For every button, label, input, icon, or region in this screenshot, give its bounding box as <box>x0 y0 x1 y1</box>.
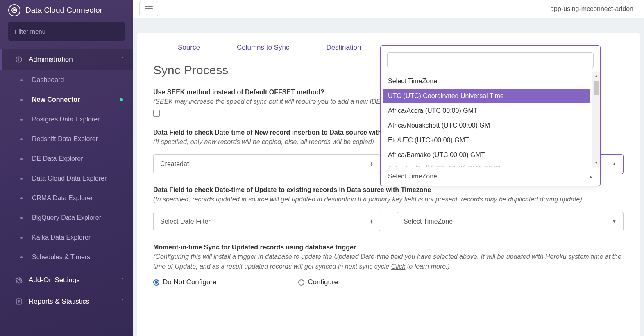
timezone-option[interactable]: Antarctica/Troll (UTC+02:00) GMT+02:00 <box>381 162 592 167</box>
sidebar-item-new-connector[interactable]: New Connector <box>0 90 133 110</box>
timezone-option[interactable]: Africa/Bamako (UTC 00:00) GMT <box>381 148 592 162</box>
timezone-option-placeholder[interactable]: Select TimeZone <box>381 74 592 89</box>
timezone-dropdown-popup: Select TimeZone UTC (UTC) Coordinated Un… <box>380 45 601 186</box>
sidebar-item-de-data-explorer[interactable]: DE Data Explorer <box>0 149 133 169</box>
nav-section-addon-settings[interactable]: Add-On Settings ˅ <box>0 270 133 291</box>
tab-destination[interactable]: Destination <box>326 43 361 52</box>
field-moment-sync: Moment-in-time Sync for Updated records … <box>153 244 624 286</box>
select-value: Createdat <box>160 160 189 168</box>
sidebar-item-kafka-data-explorer[interactable]: Kafka Data Explorer <box>0 228 133 247</box>
update-timezone-select[interactable]: Select TimeZone ▼ <box>397 212 624 231</box>
sidebar-item-data-cloud-data-explorer[interactable]: Data Cloud Data Explorer <box>0 169 133 188</box>
sidebar-item-schedules-timers[interactable]: Schedules & Timers <box>0 247 133 267</box>
sidebar-item-redshift-data-explorer[interactable]: Redshift Data Explorer <box>0 129 133 149</box>
update-date-field-select[interactable]: Select Date Filter <box>153 212 380 231</box>
sidebar-item-crma-data-explorer[interactable]: CRMA Data Explorer <box>0 188 133 208</box>
select-value: Select TimeZone <box>404 218 453 225</box>
timezone-option[interactable]: Etc/UTC (UTC+00:00) GMT <box>381 133 592 148</box>
scroll-down-icon[interactable]: ▼ <box>592 159 600 167</box>
svg-point-3 <box>18 279 20 281</box>
sidebar-item-bigquery-data-explorer[interactable]: BigQuery Data Explorer <box>0 208 133 228</box>
toggle-sidebar-button[interactable] <box>139 1 158 16</box>
gear-icon <box>15 276 23 284</box>
radio-do-not-configure[interactable]: Do Not Configure <box>153 278 216 286</box>
app-name-label: app-using-mcconnect-addon <box>550 5 633 13</box>
select-value: Select Date Filter <box>160 218 211 225</box>
timezone-option-list: Select TimeZone UTC (UTC) Coordinated Un… <box>381 72 592 167</box>
brand-logo-icon <box>8 4 20 16</box>
field-update-datetime: Data Field to check Date-time of Update … <box>153 186 624 231</box>
tab-columns-to-sync[interactable]: Columns to Sync <box>237 43 290 52</box>
timezone-dropdown-footer[interactable]: Select TimeZone ▲ <box>381 167 600 186</box>
sidebar: Data Cloud Connector Administration ˄ Da… <box>0 0 133 336</box>
timezone-option[interactable]: Africa/Accra (UTC 00:00) GMT <box>381 103 592 118</box>
sidebar-item-dashboard[interactable]: Dashboard <box>0 70 133 90</box>
chevron-up-icon: ˄ <box>121 57 124 62</box>
updown-caret-icon <box>370 162 373 166</box>
insert-date-field-select[interactable]: Createdat <box>153 154 380 174</box>
topbar: app-using-mcconnect-addon <box>133 0 644 18</box>
brand-title: Data Cloud Connector <box>25 6 102 15</box>
nav-section-reports-statistics[interactable]: Reports & Statistics ˅ <box>0 291 133 312</box>
update-label: Data Field to check Date-time of Update … <box>153 186 624 194</box>
report-icon <box>15 297 23 306</box>
svg-point-2 <box>19 58 19 58</box>
radio-icon <box>153 279 159 286</box>
updown-caret-icon <box>370 220 373 224</box>
nav-section-label: Reports & Statistics <box>29 297 116 306</box>
moment-hint: (Configuring this will install a trigger… <box>153 252 624 272</box>
radio-icon <box>298 279 304 286</box>
radio-configure[interactable]: Configure <box>298 278 338 286</box>
update-hint: (In specified, records updated in source… <box>153 194 624 204</box>
scroll-up-icon[interactable]: ▲ <box>592 72 600 80</box>
caret-up-icon: ▲ <box>612 163 617 165</box>
caret-up-icon: ▲ <box>589 174 593 179</box>
timezone-scrollbar[interactable]: ▲ ▼ <box>592 72 600 167</box>
nav-section-label: Administration <box>29 55 116 64</box>
nav-section-label: Add-On Settings <box>29 276 116 284</box>
sidebar-item-postgres-data-explorer[interactable]: Postgres Data Explorer <box>0 110 133 129</box>
chevron-down-icon: ˅ <box>121 277 124 283</box>
chevron-down-icon: ˅ <box>121 299 124 304</box>
moment-learn-more-link[interactable]: Click <box>391 263 406 270</box>
scroll-thumb[interactable] <box>594 81 599 95</box>
tab-source[interactable]: Source <box>178 43 200 52</box>
caret-down-icon: ▼ <box>612 220 617 223</box>
sidebar-header: Data Cloud Connector <box>0 0 133 22</box>
timezone-option[interactable]: UTC (UTC) Coordinated Universal Time <box>383 89 590 103</box>
timezone-search-input[interactable] <box>387 52 594 68</box>
hamburger-icon <box>145 6 153 11</box>
seek-checkbox[interactable] <box>153 110 160 117</box>
main: app-using-mcconnect-addon Source Columns… <box>133 0 644 336</box>
timezone-option[interactable]: Africa/Nouakchott (UTC 00:00) GMT <box>381 118 592 133</box>
filter-menu-input[interactable] <box>8 22 125 41</box>
moment-label: Moment-in-time Sync for Updated records … <box>153 244 624 251</box>
info-icon <box>15 55 23 64</box>
nav-section-administration[interactable]: Administration ˄ <box>0 49 133 70</box>
